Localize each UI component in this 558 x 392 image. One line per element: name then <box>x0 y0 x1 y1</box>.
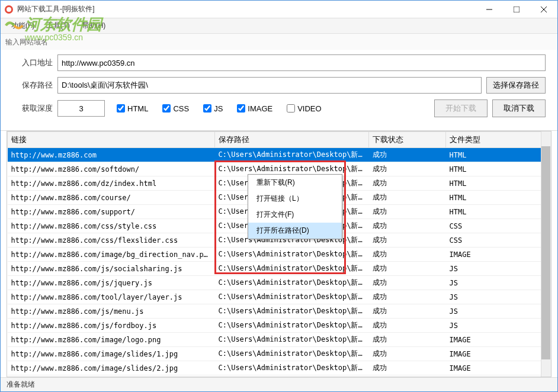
path-label: 保存路径 <box>12 80 53 91</box>
cell-link: http://www.mz886.com <box>8 148 215 162</box>
cell-status: 成功 <box>369 262 446 276</box>
checkbox-html[interactable]: HTML <box>117 104 148 113</box>
cell-type: IMAGE <box>446 361 551 375</box>
checkbox-css[interactable]: CSS <box>162 104 189 113</box>
cell-type: JS <box>446 319 551 333</box>
menu-tools[interactable]: 工具(T) <box>40 19 75 33</box>
cell-type: JS <box>446 262 551 276</box>
cell-status: 成功 <box>369 205 446 219</box>
scrollbar-thumb[interactable] <box>541 146 550 359</box>
table-row[interactable]: http://www.mz886.com/image/slides/2.jpgC… <box>8 361 551 375</box>
cell-link: http://www.mz886.com/js/jquery.js <box>8 276 215 290</box>
checkbox-label: CSS <box>173 104 189 113</box>
header-link[interactable]: 链接 <box>8 132 215 148</box>
minimize-button[interactable] <box>476 1 503 18</box>
cell-link: http://www.mz886.com/js/fordboy.js <box>8 319 215 333</box>
depth-input[interactable] <box>57 100 105 117</box>
checkbox-input-js[interactable] <box>203 104 211 113</box>
checkbox-input-video[interactable] <box>287 104 295 113</box>
context-item[interactable]: 打开文件(F) <box>248 207 342 223</box>
header-type[interactable]: 文件类型 <box>446 132 551 148</box>
window-title: 网站下载工具-[明振软件] <box>17 4 476 14</box>
cell-type: CSS <box>446 233 551 248</box>
cell-type: HTML <box>446 205 551 219</box>
table-row[interactable]: http://www.mz886.com/tool/layer/layer.js… <box>8 290 551 304</box>
scrollbar-track[interactable] <box>541 131 551 377</box>
context-menu: 重新下载(R)打开链接（L）打开文件(F)打开所在路径(D) <box>248 174 342 239</box>
table-row[interactable]: http://www.mz886.com/js/fordboy.jsC:\Use… <box>8 319 551 333</box>
cell-path: C:\Users\Administrator\Desktop\新建文件夹\ind… <box>215 148 369 162</box>
svg-point-1 <box>7 7 11 12</box>
cancel-download-button[interactable]: 取消下载 <box>492 99 546 117</box>
table-row[interactable]: http://www.mz886.com/js/jquery.jsC:\User… <box>8 276 551 290</box>
cell-link: http://www.mz886.com/tool/layer/layer.js <box>8 290 215 304</box>
cell-link: http://www.mz886.com/image/logo.png <box>8 333 215 347</box>
cell-link: http://www.mz886.com/course/ <box>8 191 215 205</box>
menu-function[interactable]: 功能(F) <box>5 19 40 33</box>
table-row[interactable]: http://www.mz886.com/image/logo.pngC:\Us… <box>8 333 551 347</box>
titlebar: 网站下载工具-[明振软件] <box>1 1 557 18</box>
checkbox-input-image[interactable] <box>237 104 245 113</box>
maximize-button[interactable] <box>503 1 530 18</box>
table-row[interactable]: http://www.mz886.com/image/slides/1.jpgC… <box>8 347 551 361</box>
cell-link: http://www.mz886.com/softdown/ <box>8 162 215 176</box>
cell-status: 成功 <box>369 162 446 176</box>
checkbox-input-css[interactable] <box>162 104 171 113</box>
cell-status: 成功 <box>369 233 446 248</box>
depth-label: 获取深度 <box>12 103 53 114</box>
context-item[interactable]: 打开链接（L） <box>248 191 342 207</box>
header-path[interactable]: 保存路径 <box>215 132 369 148</box>
cell-status: 成功 <box>369 276 446 290</box>
start-download-button[interactable]: 开始下载 <box>434 99 488 117</box>
cell-status: 成功 <box>369 176 446 191</box>
cell-path: C:\Users\Administrator\Desktop\新建文件夹\ima… <box>215 361 369 375</box>
cell-path: C:\Users\Administrator\Desktop\新建文件夹\ima… <box>215 248 369 262</box>
path-input[interactable] <box>57 77 482 94</box>
checkbox-input-html[interactable] <box>117 104 125 113</box>
section-header: 输入网站域名 <box>1 34 557 50</box>
cell-link: http://www.mz886.com/js/menu.js <box>8 304 215 319</box>
cell-status: 成功 <box>369 304 446 319</box>
cell-status: 成功 <box>369 333 446 347</box>
close-button[interactable] <box>530 1 557 18</box>
cell-link: http://www.mz886.com/support/ <box>8 205 215 219</box>
checkbox-js[interactable]: JS <box>203 104 223 113</box>
cell-status: 成功 <box>369 248 446 262</box>
menubar: 功能(F) 工具(T) 帮助(H) <box>1 18 557 34</box>
header-status[interactable]: 下载状态 <box>369 132 446 148</box>
checkbox-label: IMAGE <box>248 104 272 113</box>
table-row[interactable]: http://www.mz886.com/js/socialsharing.js… <box>8 262 551 276</box>
table-row[interactable]: http://www.mz886.comC:\Users\Administrat… <box>8 148 551 162</box>
cell-type: HTML <box>446 162 551 176</box>
cell-status: 成功 <box>369 361 446 375</box>
cell-link: http://www.mz886.com/image/bg_direction_… <box>8 248 215 262</box>
url-input[interactable] <box>57 54 546 71</box>
choose-path-button[interactable]: 选择保存路径 <box>486 77 546 94</box>
cell-path: C:\Users\Administrator\Desktop\新建文件夹\js\… <box>215 319 369 333</box>
cell-link: http://www.mz886.com/css/style.css <box>8 219 215 233</box>
table-container: 链接 保存路径 下载状态 文件类型 http://www.mz886.comC:… <box>7 131 551 377</box>
cell-path: C:\Users\Administrator\Desktop\新建文件夹\js\… <box>215 262 369 276</box>
cell-link: http://www.mz886.com/js/socialsharing.js <box>8 262 215 276</box>
status-text: 准备就绪 <box>7 380 35 390</box>
cell-type: CSS <box>446 219 551 233</box>
cell-type: HTML <box>446 176 551 191</box>
cell-status: 成功 <box>369 191 446 205</box>
cell-link: http://www.mz886.com/css/flexslider.css <box>8 233 215 248</box>
cell-status: 成功 <box>369 219 446 233</box>
cell-status: 成功 <box>369 290 446 304</box>
cell-type: JS <box>446 276 551 290</box>
table-row[interactable]: http://www.mz886.com/js/menu.jsC:\Users\… <box>8 304 551 319</box>
context-item[interactable]: 重新下载(R) <box>248 175 342 191</box>
checkbox-image[interactable]: IMAGE <box>237 104 272 113</box>
checkbox-label: VIDEO <box>297 104 321 113</box>
menu-help[interactable]: 帮助(H) <box>76 19 112 33</box>
statusbar: 准备就绪 <box>1 377 557 391</box>
context-item[interactable]: 打开所在路径(D) <box>248 223 342 239</box>
cell-type: JS <box>446 290 551 304</box>
checkbox-video[interactable]: VIDEO <box>287 104 321 113</box>
cell-status: 成功 <box>369 347 446 361</box>
table-row[interactable]: http://www.mz886.com/image/bg_direction_… <box>8 248 551 262</box>
svg-rect-3 <box>514 7 519 12</box>
cell-path: C:\Users\Administrator\Desktop\新建文件夹\js\… <box>215 304 369 319</box>
